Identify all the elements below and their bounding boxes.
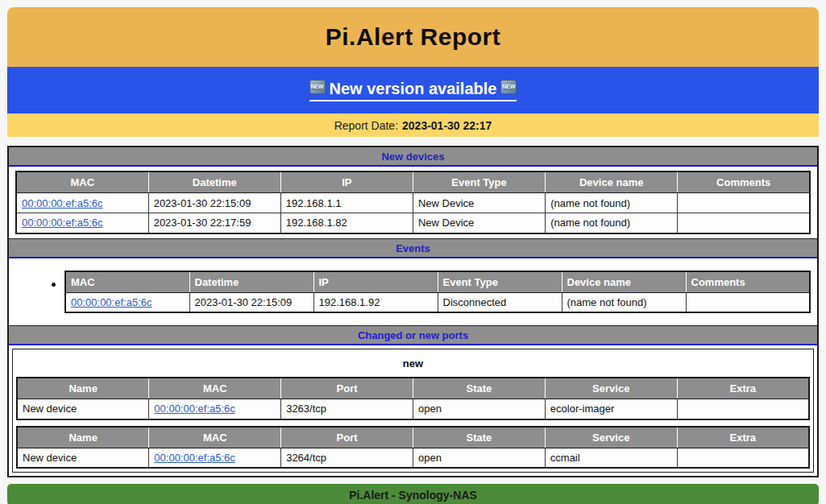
comments-cell bbox=[678, 213, 810, 233]
column-header-name: Name bbox=[17, 378, 149, 399]
column-header-name: Name bbox=[17, 427, 149, 448]
device-name-cell: (name not found) bbox=[562, 292, 686, 312]
column-header-datetime: Datetime bbox=[189, 271, 313, 293]
column-header-service: Service bbox=[545, 427, 677, 448]
column-header-comments: Comments bbox=[686, 271, 810, 293]
column-header-datetime: Datetime bbox=[148, 171, 280, 193]
column-header-mac: MAC bbox=[149, 378, 281, 399]
new-version-banner: NEW New version available NEW bbox=[7, 67, 819, 114]
section-title-ports: Changed or new ports bbox=[9, 325, 817, 345]
report-body: New devices MAC Datetime IP Event Type D… bbox=[7, 146, 819, 477]
new-version-link[interactable]: NEW New version available NEW bbox=[309, 80, 517, 101]
table-row: 00:00:00:ef:a5:6c 2023-01-30 22:17:59 19… bbox=[16, 213, 810, 233]
table-row: New device 00:00:00:ef:a5:6c 3263/tcp op… bbox=[17, 399, 809, 419]
ip-cell: 192.168.1.82 bbox=[280, 213, 413, 233]
device-name-cell: New device bbox=[17, 399, 149, 419]
column-header-state: State bbox=[413, 427, 545, 448]
table-row: 00:00:00:ef:a5:6c 2023-01-30 22:15:09 19… bbox=[16, 193, 810, 213]
port-cell: 3264/tcp bbox=[281, 448, 413, 468]
state-cell: open bbox=[413, 399, 545, 419]
report-page: Pi.Alert Report NEW New version availabl… bbox=[0, 0, 826, 504]
new-badge-left-icon: NEW bbox=[309, 80, 326, 94]
column-header-event-type: Event Type bbox=[413, 171, 545, 193]
datetime-cell: 2023-01-30 22:17:59 bbox=[148, 213, 280, 233]
extra-cell bbox=[677, 448, 809, 468]
events-list: MAC Datetime IP Event Type Device name C… bbox=[15, 271, 811, 314]
page-title: Pi.Alert Report bbox=[326, 23, 501, 51]
column-header-mac: MAC bbox=[149, 427, 281, 448]
mac-link[interactable]: 00:00:00:ef:a5:6c bbox=[71, 296, 152, 308]
ports-table: Name MAC Port State Service Extra New de… bbox=[16, 426, 810, 469]
column-header-event-type: Event Type bbox=[438, 271, 562, 293]
device-name-cell: (name not found) bbox=[546, 213, 678, 233]
column-header-extra: Extra bbox=[677, 378, 809, 399]
ports-new-group: new Name MAC Port State Service Extra bbox=[12, 349, 814, 473]
report-header: Pi.Alert Report bbox=[7, 7, 819, 67]
new-version-link-label: New version available bbox=[330, 80, 497, 98]
state-cell: open bbox=[413, 448, 545, 468]
ports-table: Name MAC Port State Service Extra New de… bbox=[16, 377, 810, 420]
ports-section: new Name MAC Port State Service Extra bbox=[9, 345, 817, 476]
footer-label: Pi.Alert - Synology-NAS bbox=[349, 489, 477, 502]
table-row: 00:00:00:ef:a5:6c 2023-01-30 22:15:09 19… bbox=[65, 292, 810, 312]
column-header-device-name: Device name bbox=[546, 171, 678, 193]
column-header-port: Port bbox=[281, 378, 413, 399]
events-table: MAC Datetime IP Event Type Device name C… bbox=[64, 271, 811, 314]
column-header-extra: Extra bbox=[677, 427, 809, 448]
column-header-mac: MAC bbox=[16, 171, 148, 193]
service-cell: ecolor-imager bbox=[545, 399, 677, 419]
mac-link[interactable]: 00:00:00:ef:a5:6c bbox=[154, 403, 235, 415]
ip-cell: 192.168.1.1 bbox=[280, 193, 413, 213]
new-devices-table: MAC Datetime IP Event Type Device name C… bbox=[15, 171, 811, 234]
column-header-state: State bbox=[413, 378, 545, 399]
port-cell: 3263/tcp bbox=[281, 399, 413, 419]
table-header-row: Name MAC Port State Service Extra bbox=[17, 427, 809, 448]
device-name-cell: (name not found) bbox=[546, 193, 678, 213]
comments-cell bbox=[678, 193, 810, 213]
datetime-cell: 2023-01-30 22:15:09 bbox=[189, 292, 313, 312]
ports-group-label: new bbox=[16, 353, 810, 377]
section-title-new-devices: New devices bbox=[9, 147, 817, 167]
events-section: MAC Datetime IP Event Type Device name C… bbox=[9, 258, 817, 326]
column-header-comments: Comments bbox=[678, 171, 810, 193]
event-type-cell: New Device bbox=[413, 213, 545, 233]
column-header-ip: IP bbox=[280, 171, 413, 193]
ip-cell: 192.168.1.92 bbox=[313, 292, 438, 312]
section-title-events: Events bbox=[9, 238, 817, 258]
table-header-row: MAC Datetime IP Event Type Device name C… bbox=[16, 171, 810, 193]
event-type-cell: New Device bbox=[413, 193, 545, 213]
report-date-bar: Report Date: 2023-01-30 22:17 bbox=[7, 114, 819, 137]
new-devices-section: MAC Datetime IP Event Type Device name C… bbox=[9, 167, 817, 238]
table-header-row: Name MAC Port State Service Extra bbox=[17, 378, 809, 399]
mac-link[interactable]: 00:00:00:ef:a5:6c bbox=[154, 452, 235, 464]
datetime-cell: 2023-01-30 22:15:09 bbox=[148, 193, 280, 213]
column-header-service: Service bbox=[545, 378, 677, 399]
table-row: New device 00:00:00:ef:a5:6c 3264/tcp op… bbox=[17, 448, 809, 468]
column-header-device-name: Device name bbox=[562, 271, 686, 293]
column-header-port: Port bbox=[281, 427, 413, 448]
mac-link[interactable]: 00:00:00:ef:a5:6c bbox=[22, 217, 102, 229]
comments-cell bbox=[686, 292, 810, 312]
extra-cell bbox=[677, 399, 809, 419]
event-type-cell: Disconnected bbox=[438, 292, 562, 312]
report-footer: Pi.Alert - Synology-NAS bbox=[7, 484, 819, 504]
list-item: MAC Datetime IP Event Type Device name C… bbox=[64, 271, 811, 314]
device-name-cell: New device bbox=[17, 448, 149, 468]
column-header-ip: IP bbox=[313, 271, 438, 293]
report-date-label: Report Date: bbox=[334, 119, 398, 132]
mac-link[interactable]: 00:00:00:ef:a5:6c bbox=[22, 197, 102, 209]
new-badge-right-icon: NEW bbox=[500, 80, 517, 94]
column-header-mac: MAC bbox=[65, 271, 189, 293]
report-date-value: 2023-01-30 22:17 bbox=[402, 119, 492, 132]
table-header-row: MAC Datetime IP Event Type Device name C… bbox=[65, 271, 810, 293]
service-cell: ccmail bbox=[545, 448, 677, 468]
